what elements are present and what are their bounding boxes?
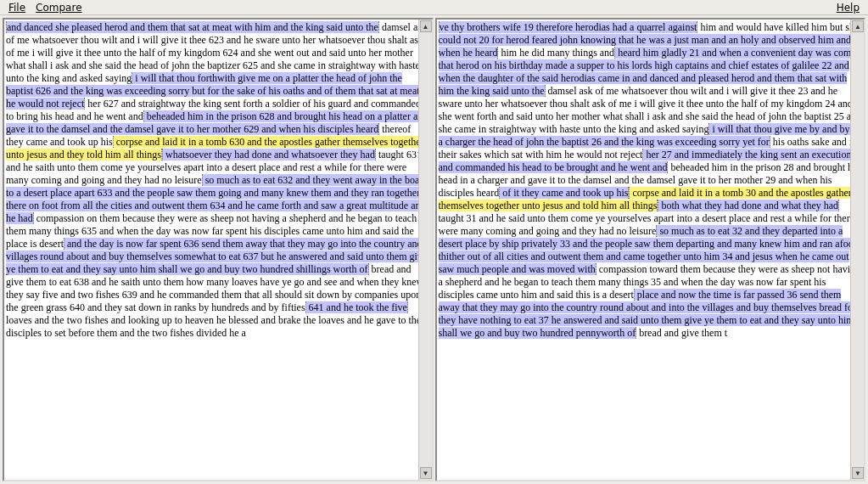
scroll-down-icon[interactable]: ▼ — [420, 467, 432, 479]
left-text: and danced she pleased herod and them th… — [6, 21, 430, 340]
menubar: File Compare Help — [0, 0, 868, 15]
left-pane[interactable]: and danced she pleased herod and them th… — [3, 18, 434, 481]
common-fragment: ve thy brothers wife 19 therefore herodi… — [439, 21, 698, 33]
common-fragment: of it they came and took up his — [499, 187, 629, 199]
menu-left-group: File Compare — [5, 1, 86, 14]
right-scrollbar[interactable]: ▲ ▼ — [850, 20, 864, 480]
left-scrollbar[interactable]: ▲ ▼ — [418, 20, 432, 480]
menu-file[interactable]: File — [5, 1, 29, 14]
scroll-down-icon[interactable]: ▼ — [852, 467, 864, 479]
diff-fragment: him and would have killed him but she — [697, 21, 859, 33]
common-fragment: 641 and he took the five — [305, 301, 408, 313]
menu-help-label: Help — [837, 2, 860, 14]
menu-file-label: File — [8, 2, 25, 14]
diff-fragment: him he did many things and — [498, 47, 614, 59]
menu-compare[interactable]: Compare — [32, 1, 85, 14]
right-text: ve thy brothers wife 19 therefore herodi… — [439, 21, 863, 340]
menu-compare-label: Compare — [36, 2, 81, 14]
common-fragment: both what they had done and what they ha… — [658, 200, 839, 211]
diff-fragment: bread and give them t — [636, 327, 727, 339]
scroll-up-icon[interactable]: ▲ — [852, 20, 864, 32]
common-fragment: and danced she pleased herod and them th… — [6, 21, 379, 33]
diff-fragment: loaves and the two fishes and looking up… — [6, 314, 421, 339]
scroll-up-icon[interactable]: ▲ — [420, 20, 432, 32]
comparison-panes: and danced she pleased herod and them th… — [0, 15, 868, 484]
right-pane[interactable]: ve thy brothers wife 19 therefore herodi… — [435, 18, 866, 481]
common-fragment: and the day is now far spent 636 send th… — [6, 238, 427, 275]
menu-help[interactable]: Help — [833, 1, 863, 14]
common-fragment: whatsoever they had done and whatsoever … — [162, 149, 376, 160]
